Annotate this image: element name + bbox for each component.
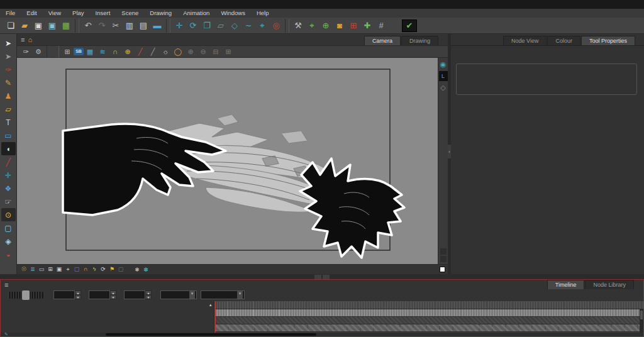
- underlay-icon[interactable]: ≣: [28, 266, 37, 273]
- snapshot-icon[interactable]: ▬: [150, 19, 164, 32]
- frame-stepper[interactable]: ▲▼: [75, 290, 81, 299]
- frames-row-tones[interactable]: [214, 324, 643, 332]
- jog-handle[interactable]: [22, 290, 30, 300]
- tab-node-view[interactable]: Node View: [503, 36, 547, 45]
- frames-vscrollbar[interactable]: [640, 309, 643, 333]
- skew-tool-icon[interactable]: ▱: [214, 19, 228, 32]
- export-image-icon[interactable]: ▦: [59, 19, 73, 32]
- rotate-tool-icon[interactable]: ⟳: [186, 19, 200, 32]
- frame-ruler[interactable]: [214, 301, 643, 309]
- timeline-menu-icon[interactable]: ≡: [4, 281, 8, 289]
- paint-tool-icon[interactable]: ◒: [1, 248, 16, 261]
- preset-dropdown[interactable]: [388, 19, 402, 32]
- menu-item[interactable]: Insert: [90, 9, 116, 18]
- collapse-up-button[interactable]: [314, 275, 321, 279]
- select-tool-icon[interactable]: ➤: [1, 36, 16, 50]
- stamp-tool-icon[interactable]: ♟: [1, 89, 16, 102]
- menu-item[interactable]: Help: [251, 9, 275, 18]
- center-pivot-icon[interactable]: ⌖: [255, 19, 269, 32]
- menu-item[interactable]: View: [43, 9, 67, 18]
- frames-hscrollbar[interactable]: [106, 333, 316, 336]
- add-peg-icon[interactable]: ⊞: [347, 19, 360, 32]
- peg-link-icon[interactable]: ⌖: [305, 19, 319, 32]
- redo-icon[interactable]: ↷: [95, 19, 109, 32]
- cut-icon[interactable]: ✂: [109, 19, 123, 32]
- mini-pencil-icon[interactable]: ✎: [4, 332, 8, 337]
- mirror-view-icon[interactable]: ◯: [172, 46, 184, 57]
- frames-row-lineart[interactable]: [214, 309, 643, 317]
- grid-annotate-icon[interactable]: #: [374, 19, 388, 32]
- onion-skin-add-icon[interactable]: ⊕: [184, 46, 197, 57]
- onion-skin-next-icon[interactable]: ⊞: [222, 46, 235, 57]
- drawing-pivot-icon[interactable]: ✛: [1, 168, 16, 182]
- tool-preset-icon[interactable]: ✔: [402, 19, 417, 32]
- hand-pan-icon[interactable]: ❖: [1, 182, 16, 195]
- grid-icon[interactable]: ⊞: [61, 46, 74, 57]
- outlines-checkbox[interactable]: [440, 267, 445, 272]
- ease-preset-dropdown[interactable]: [201, 290, 245, 299]
- fps-dropdown[interactable]: [160, 290, 197, 299]
- antialias-icon[interactable]: ✽: [142, 267, 150, 273]
- flash-render-icon[interactable]: ϟ: [90, 266, 99, 273]
- start-stepper[interactable]: ▲▼: [110, 290, 116, 299]
- jog-slider[interactable]: [8, 292, 43, 299]
- add-drawing-layer-icon[interactable]: ✚: [360, 19, 374, 32]
- spline-offset-icon[interactable]: ∼: [242, 19, 255, 32]
- quill-icon[interactable]: ✑: [19, 46, 32, 57]
- separator[interactable]: [166, 19, 170, 33]
- scale-tool-icon[interactable]: ❐: [200, 19, 214, 32]
- lock-icon[interactable]: ∩: [109, 46, 121, 57]
- brush-tool-icon[interactable]: ✑: [1, 63, 16, 76]
- mesh-toggle-icon[interactable]: ◇: [440, 84, 445, 92]
- close-gap-tool-icon[interactable]: ◖: [1, 142, 16, 155]
- pivot-box-icon[interactable]: ◙: [333, 19, 347, 32]
- rectangle-tool-icon[interactable]: ▭: [1, 129, 16, 142]
- open-scene-icon[interactable]: ▰: [18, 19, 31, 32]
- menu-item[interactable]: Edit: [21, 9, 42, 18]
- stop-input[interactable]: [124, 290, 145, 299]
- save-all-icon[interactable]: ▣: [45, 19, 59, 32]
- translate-tool-icon[interactable]: ✛: [172, 19, 186, 32]
- preview-icon[interactable]: ▣: [55, 266, 64, 273]
- playhead[interactable]: [214, 301, 216, 333]
- safe-area-icon[interactable]: ≋: [96, 46, 109, 57]
- collapse-right-button[interactable]: [440, 256, 447, 262]
- new-scene-icon[interactable]: ❏: [4, 19, 18, 32]
- tab-node-library[interactable]: Node Library: [585, 280, 634, 289]
- refresh-icon[interactable]: ⟳: [99, 266, 108, 273]
- zoom-tool-icon[interactable]: ⊙: [1, 208, 16, 221]
- stop-stepper[interactable]: ▲▼: [145, 290, 152, 299]
- frame-input[interactable]: [53, 290, 75, 299]
- menu-item[interactable]: Play: [67, 9, 89, 18]
- camera-canvas[interactable]: ◉ L ◇: [17, 58, 448, 264]
- tab-camera[interactable]: Camera: [364, 36, 401, 45]
- pencil-tool-icon[interactable]: ✎: [1, 76, 16, 89]
- menu-item[interactable]: Scene: [116, 9, 144, 18]
- tools-icon[interactable]: ⚒: [291, 19, 305, 32]
- onion-skin-prev-icon[interactable]: ⊟: [209, 46, 222, 57]
- onion-skin-remove-icon[interactable]: ⊖: [197, 46, 209, 57]
- marquee-select-icon[interactable]: ▢: [1, 221, 16, 235]
- tab-colour[interactable]: Colour: [547, 36, 580, 45]
- undo-icon[interactable]: ↶: [81, 19, 95, 32]
- layers-scroll-up[interactable]: ▲: [207, 303, 214, 307]
- copy-icon[interactable]: ▥: [123, 19, 136, 32]
- lock-add-icon[interactable]: ⊕: [121, 46, 134, 57]
- monitor-icon[interactable]: ▭: [37, 266, 46, 273]
- separator[interactable]: [47, 46, 59, 57]
- menu-item[interactable]: File: [0, 9, 21, 18]
- transform-tool-icon[interactable]: ➤: [1, 50, 16, 63]
- light-bulb-icon[interactable]: ☉: [19, 266, 28, 273]
- menu-item[interactable]: Drawing: [144, 9, 177, 18]
- text-tool-icon[interactable]: T: [1, 116, 16, 129]
- eraser-tool-icon[interactable]: ▱: [1, 102, 16, 116]
- collapse-left-button[interactable]: [440, 248, 447, 255]
- save-icon[interactable]: ▣: [31, 19, 45, 32]
- reset-pivot-icon[interactable]: ◎: [269, 19, 283, 32]
- tab-tool-properties[interactable]: Tool Properties: [581, 36, 635, 45]
- timeline-frames[interactable]: [214, 301, 643, 333]
- chat-icon[interactable]: ▢: [116, 266, 125, 273]
- collapse-down-button[interactable]: [323, 275, 330, 279]
- menu-item[interactable]: Animation: [177, 9, 215, 18]
- separator[interactable]: [75, 19, 79, 33]
